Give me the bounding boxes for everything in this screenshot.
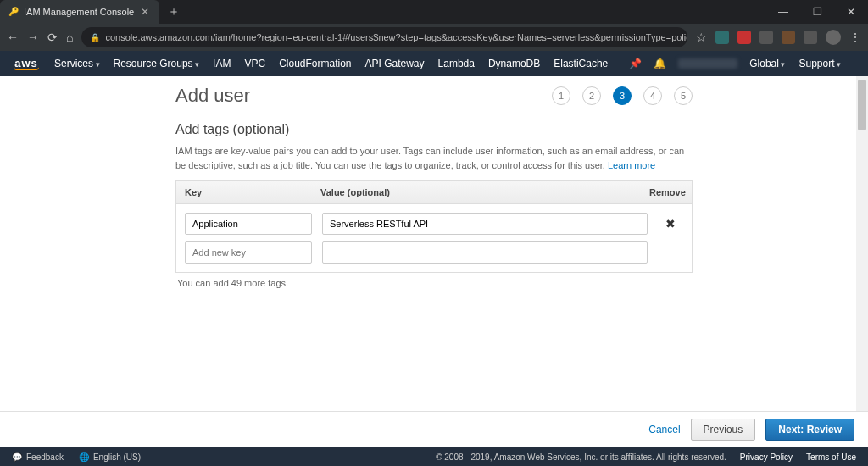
- new-tab-button[interactable]: ＋: [168, 4, 180, 19]
- terms-of-use-link[interactable]: Terms of Use: [806, 452, 856, 462]
- tag-value-input-new[interactable]: [322, 241, 648, 264]
- remove-tag-icon[interactable]: ✖: [658, 217, 683, 230]
- col-header-remove: Remove: [641, 181, 692, 203]
- tab-title: IAM Management Console: [24, 7, 134, 17]
- nav-dynamodb[interactable]: DynamoDB: [488, 58, 540, 69]
- browser-forward-button[interactable]: →: [27, 31, 39, 44]
- tag-value-input[interactable]: [322, 213, 648, 235]
- more-tags-message: You can add 49 more tags.: [175, 278, 693, 288]
- wizard-step-5[interactable]: 5: [674, 86, 693, 105]
- browser-menu-icon[interactable]: ⋮: [849, 31, 861, 44]
- scrollbar-thumb[interactable]: [858, 80, 866, 130]
- tags-table-header: Key Value (optional) Remove: [176, 181, 692, 204]
- nav-cloudformation[interactable]: CloudFormation: [279, 58, 351, 69]
- nav-elasticache[interactable]: ElastiCache: [554, 58, 608, 69]
- browser-home-button[interactable]: ⌂: [66, 31, 73, 44]
- wizard-steps: 1 2 3 4 5: [552, 86, 693, 105]
- window-maximize-button[interactable]: ❐: [800, 0, 834, 24]
- cancel-button[interactable]: Cancel: [648, 424, 680, 435]
- notifications-icon[interactable]: 🔔: [654, 58, 666, 69]
- tab-favicon: 🔑: [8, 7, 19, 17]
- wizard-step-2[interactable]: 2: [582, 86, 601, 105]
- tag-row: ✖: [185, 213, 683, 235]
- browser-tab-strip: 🔑 IAM Management Console ✕ ＋ — ❐ ✕: [0, 0, 868, 24]
- col-header-key: Key: [176, 181, 312, 203]
- extension-icon[interactable]: [760, 31, 773, 44]
- wizard-step-3[interactable]: 3: [613, 86, 632, 105]
- wizard-action-bar: Cancel Previous Next: Review: [0, 411, 868, 447]
- page-body: Add user 1 2 3 4 5 Add tags (optional) I…: [0, 76, 868, 411]
- nav-resource-groups[interactable]: Resource Groups: [114, 58, 200, 69]
- tag-key-input-new[interactable]: [185, 241, 312, 264]
- tag-row-new: [185, 241, 683, 264]
- learn-more-link[interactable]: Learn more: [608, 160, 655, 170]
- aws-logo[interactable]: aws: [14, 57, 39, 70]
- window-minimize-button[interactable]: —: [766, 0, 800, 24]
- nav-lambda[interactable]: Lambda: [438, 58, 475, 69]
- col-header-value: Value (optional): [312, 181, 641, 203]
- browser-tab[interactable]: 🔑 IAM Management Console ✕: [0, 0, 159, 24]
- page-title: Add user: [175, 85, 250, 107]
- feedback-link[interactable]: 💬 Feedback: [12, 452, 64, 462]
- bookmark-star-icon[interactable]: ☆: [696, 31, 707, 44]
- section-description: IAM tags are key-value pairs you can add…: [175, 144, 693, 172]
- window-controls: — ❐ ✕: [766, 0, 868, 24]
- nav-support[interactable]: Support: [798, 58, 841, 69]
- url-text: console.aws.amazon.com/iam/home?region=e…: [105, 32, 687, 42]
- previous-button[interactable]: Previous: [691, 419, 756, 441]
- pin-icon[interactable]: 📌: [629, 58, 642, 69]
- lock-icon: 🔒: [90, 33, 100, 42]
- privacy-policy-link[interactable]: Privacy Policy: [740, 452, 793, 462]
- tag-key-input[interactable]: [185, 213, 312, 235]
- extension-icon[interactable]: [737, 31, 751, 44]
- wizard-step-4[interactable]: 4: [643, 86, 662, 105]
- browser-toolbar: ← → ⟳ ⌂ 🔒 console.aws.amazon.com/iam/hom…: [0, 24, 868, 51]
- vertical-scrollbar[interactable]: [856, 76, 868, 411]
- aws-footer: 💬 Feedback 🌐 English (US) © 2008 - 2019,…: [0, 447, 868, 466]
- globe-icon: 🌐: [79, 452, 89, 462]
- profile-avatar[interactable]: [826, 30, 841, 45]
- tags-table: Key Value (optional) Remove ✖: [175, 180, 693, 273]
- nav-vpc[interactable]: VPC: [244, 58, 265, 69]
- speech-bubble-icon: 💬: [12, 452, 22, 462]
- language-selector[interactable]: 🌐 English (US): [79, 452, 141, 462]
- tab-close-icon[interactable]: ✕: [141, 6, 149, 18]
- copyright-text: © 2008 - 2019, Amazon Web Services, Inc.…: [436, 452, 726, 462]
- wizard-step-1[interactable]: 1: [552, 86, 570, 105]
- browser-reload-button[interactable]: ⟳: [47, 31, 58, 44]
- nav-api-gateway[interactable]: API Gateway: [365, 58, 425, 69]
- nav-services[interactable]: Services: [54, 58, 100, 69]
- browser-back-button[interactable]: ←: [7, 31, 19, 44]
- address-bar[interactable]: 🔒 console.aws.amazon.com/iam/home?region…: [81, 27, 687, 47]
- extension-icon[interactable]: [715, 31, 729, 44]
- section-title: Add tags (optional): [175, 122, 693, 137]
- extension-icon[interactable]: [782, 31, 795, 44]
- extension-icon[interactable]: [804, 31, 817, 44]
- window-close-button[interactable]: ✕: [834, 0, 868, 24]
- next-review-button[interactable]: Next: Review: [765, 419, 854, 441]
- nav-iam[interactable]: IAM: [213, 58, 231, 69]
- nav-region[interactable]: Global: [749, 58, 785, 69]
- account-menu[interactable]: [678, 58, 737, 69]
- aws-top-nav: aws Services Resource Groups IAM VPC Clo…: [0, 51, 868, 76]
